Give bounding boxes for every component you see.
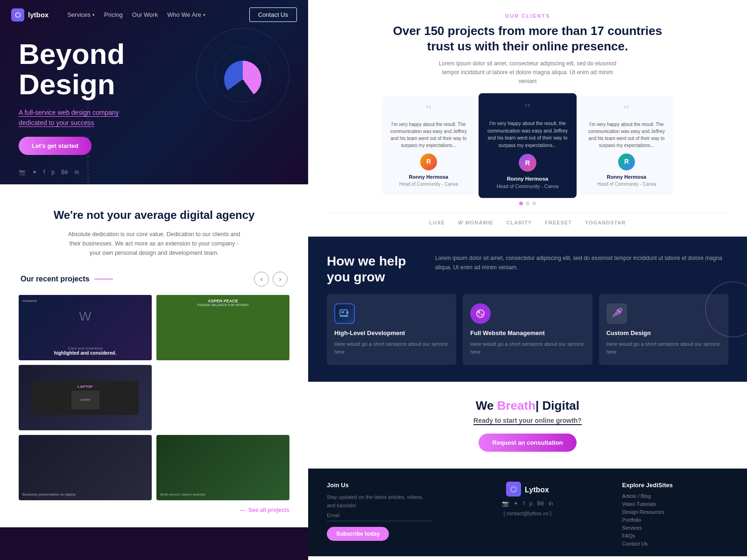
footer-link-services[interactable]: Services xyxy=(622,525,728,531)
contact-us-button[interactable]: Contact Us xyxy=(249,7,297,22)
hero-subtitle-dedicated: dedicated to your success xyxy=(19,119,289,126)
grow-title: How we help you grow xyxy=(327,253,420,285)
project-card-2[interactable]: ASPEN PEACE FINDING BALANCE FOR WOMEN xyxy=(156,295,289,360)
svg-point-6 xyxy=(481,314,483,315)
footer-link-design[interactable]: Design Resources xyxy=(622,509,728,515)
service-web-name: Full Website Management xyxy=(470,329,585,336)
cta-title: We Breath| Digital xyxy=(327,399,728,413)
dot-1[interactable] xyxy=(519,202,523,205)
project-card-3[interactable]: LAPTOP screen xyxy=(19,365,152,430)
project-card-5[interactable]: Multi-device nature website xyxy=(156,435,289,500)
service-dev-icon xyxy=(334,303,355,324)
svg-point-3 xyxy=(346,311,349,314)
service-card-web: Full Website Management Here would go a … xyxy=(463,294,592,365)
testimonial-text-3: I'm very happy about the result. The com… xyxy=(586,121,667,149)
agency-section: We're not your average digital agency Ab… xyxy=(0,184,308,527)
testimonial-avatar-1: R xyxy=(420,154,437,170)
footer-link-tutorials[interactable]: Video Tutorials xyxy=(622,501,728,507)
project-card-4[interactable]: Business presentation on laptop xyxy=(19,435,152,500)
footer-twitter-icon[interactable]: ✦ xyxy=(514,500,518,507)
footer-instagram-icon[interactable]: 📷 xyxy=(502,500,509,507)
nav-who-we-are[interactable]: Who We Are▾ xyxy=(167,11,205,18)
logo[interactable]: lytbox xyxy=(11,8,49,21)
dot-3[interactable] xyxy=(532,202,536,205)
clients-title: Over 150 projects from more than 17 coun… xyxy=(327,23,728,54)
testimonial-name-3: Ronny Hermosa xyxy=(586,173,667,181)
project-nav-arrows: ‹ › xyxy=(254,272,288,287)
left-column: DEDICATED · INSPIRING · TRANSFORMATIVE ·… xyxy=(0,0,308,560)
footer-logo-row: ⬡ Lytbox xyxy=(448,482,607,497)
footer-link-blog[interactable]: Article / Blog xyxy=(622,493,728,499)
linkedin-icon[interactable]: in xyxy=(75,169,79,175)
footer-contact-email: [ contact@lytbox.co ] xyxy=(448,511,607,516)
twitter-icon[interactable]: ✦ xyxy=(32,169,37,175)
service-dev-name: High-Level Development xyxy=(334,329,449,336)
footer-join-text: Stay updated on the latest articles, vid… xyxy=(327,493,433,510)
grow-content: How we help you grow Lorem ipsum dolor s… xyxy=(327,253,728,285)
page-layout: DEDICATED · INSPIRING · TRANSFORMATIVE ·… xyxy=(0,0,747,560)
svg-rect-2 xyxy=(341,311,344,313)
nav-work[interactable]: Our Work xyxy=(132,11,158,18)
quote-mark-1: " xyxy=(388,103,469,118)
testimonial-card-3: " I'm very happy about the result. The c… xyxy=(580,96,673,196)
instagram-icon[interactable]: 📷 xyxy=(19,169,26,175)
brand-freeset: freeset xyxy=(545,220,572,225)
hero-social-links: 📷 ✦ f p Bē in xyxy=(0,164,308,180)
testimonial-role-3: Head of Community - Canva xyxy=(586,181,667,188)
hero-content: Beyond Design A full-service web design … xyxy=(0,29,308,164)
footer-explore-label: Explore JediSites xyxy=(622,482,728,489)
footer-join-label: Join Us xyxy=(327,482,433,489)
see-all-section: See all projects xyxy=(19,507,289,513)
hero-cta-button[interactable]: Let's get started xyxy=(19,137,92,155)
projects-grid: moname W Cited and underlined highlighte… xyxy=(19,295,289,430)
hero-subtitle: A full-service web design company xyxy=(19,109,289,116)
prev-project-button[interactable]: ‹ xyxy=(254,272,269,287)
copyright: 2019 JEDISITES WEB DESIGN & DEVELOPMENT … xyxy=(308,556,747,560)
footer-linkedin-icon[interactable]: in xyxy=(549,500,553,507)
project-card-1-text: Cited and underlined highlighted and con… xyxy=(23,346,147,356)
testimonial-text-1: I'm very happy about the result. The com… xyxy=(388,121,469,149)
grow-section: How we help you grow Lorem ipsum dolor s… xyxy=(308,237,747,382)
service-design-icon xyxy=(606,303,627,324)
project-card-1[interactable]: moname W Cited and underlined highlighte… xyxy=(19,295,152,360)
logo-text: lytbox xyxy=(28,11,49,19)
behance-icon[interactable]: Bē xyxy=(61,169,68,175)
service-card-dev: High-Level Development Here would go a s… xyxy=(327,294,456,365)
testimonial-text-2: I'm very happy about the result, the com… xyxy=(486,119,570,149)
cta-section: We Breath| Digital Ready to start your o… xyxy=(308,382,747,469)
footer-link-contact[interactable]: Contact Us xyxy=(622,541,728,546)
pinterest-icon[interactable]: p xyxy=(51,169,55,175)
subscribe-button[interactable]: Subscribe today xyxy=(327,527,389,541)
footer-link-faqs[interactable]: FAQs xyxy=(622,533,728,539)
hero-title: Beyond Design xyxy=(19,39,289,99)
testimonials-row: " I'm very happy about the result. The c… xyxy=(327,96,728,196)
footer-email-input[interactable] xyxy=(327,510,433,521)
nav-pricing[interactable]: Pricing xyxy=(104,11,123,18)
footer-pinterest-icon[interactable]: p xyxy=(529,500,533,507)
projects-section-title: Our recent projects xyxy=(21,275,113,283)
footer-behance-icon[interactable]: Bē xyxy=(537,500,544,507)
clients-description: Lorem ipsum dolor sit amet, consectetur … xyxy=(434,59,621,86)
see-all-link[interactable]: See all projects xyxy=(19,507,289,513)
testimonial-role-1: Head of Community - Canva xyxy=(388,181,469,188)
brand-luxe: LUXE xyxy=(430,220,445,225)
footer-join-col: Join Us Stay updated on the latest artic… xyxy=(327,482,433,549)
footer-facebook-icon[interactable]: f xyxy=(523,500,524,507)
service-dev-desc: Here would go a short sentance about our… xyxy=(334,340,449,356)
testimonial-role-2: Head of Community - Canva xyxy=(486,182,570,190)
agency-description: Absolute dedication is our core value. D… xyxy=(65,230,243,258)
quote-mark-2: " xyxy=(486,101,570,117)
next-project-button[interactable]: › xyxy=(273,272,288,287)
testimonial-avatar-2: R xyxy=(519,154,536,171)
facebook-icon[interactable]: f xyxy=(43,169,45,175)
svg-point-8 xyxy=(619,308,622,311)
nav-services[interactable]: Services▾ xyxy=(67,11,95,18)
consultation-button[interactable]: Request an consultation xyxy=(479,434,577,452)
footer-link-portfolio[interactable]: Portfolio xyxy=(622,517,728,523)
projects-grid-row2: Business presentation on laptop Multi-de… xyxy=(19,435,289,500)
dot-2[interactable] xyxy=(526,202,529,205)
carousel-dots xyxy=(327,202,728,205)
grow-description: Lorem ipsum dolor sit amet, consectetur … xyxy=(435,253,728,273)
svg-point-7 xyxy=(479,315,480,316)
quote-mark-3: " xyxy=(586,103,667,118)
